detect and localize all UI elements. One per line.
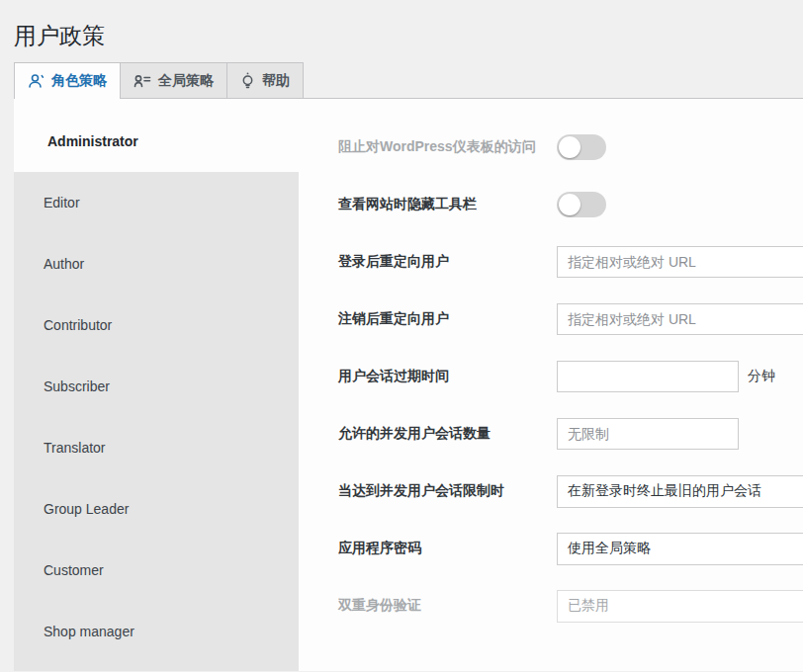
sidebar-item-group-leader[interactable]: Group Leader: [14, 478, 299, 540]
setting-row-session-limit-action: 当达到并发用户会话限制时在新登录时终止最旧的用户会话: [338, 462, 803, 520]
input-suffix: 分钟: [748, 368, 775, 385]
sidebar-item-translator[interactable]: Translator: [14, 417, 299, 478]
sidebar-item-administrator[interactable]: Administrator: [14, 111, 299, 172]
setting-label: 允许的并发用户会话数量: [338, 425, 557, 443]
roles-sidebar: AdministratorEditorAuthorContributorSubs…: [14, 99, 299, 671]
sidebar-item-label: Group Leader: [44, 501, 129, 517]
setting-label: 登录后重定向用户: [338, 253, 557, 271]
lightbulb-icon: [240, 72, 255, 89]
sidebar-item-label: Editor: [44, 195, 80, 210]
sidebar-item-subscriber[interactable]: Subscriber: [14, 356, 299, 417]
setting-row-login-redirect: 登录后重定向用户: [338, 233, 803, 291]
select-value: 在新登录时终止最旧的用户会话: [568, 482, 761, 500]
setting-label: 双重身份验证: [338, 597, 557, 615]
sidebar-item-label: Author: [44, 256, 84, 272]
application-passwords-select[interactable]: 使用全局策略: [557, 533, 803, 565]
settings-panel: 阻止对WordPress仪表板的访问查看网站时隐藏工具栏登录后重定向用户注销后重…: [299, 99, 803, 671]
setting-label: 阻止对WordPress仪表板的访问: [338, 138, 557, 156]
setting-row-two-factor: 双重身份验证已禁用: [338, 577, 803, 634]
hide-toolbar-toggle[interactable]: [557, 192, 606, 217]
login-redirect-input[interactable]: [557, 246, 803, 278]
sidebar-item-customer[interactable]: Customer: [14, 540, 299, 601]
toggle-knob: [559, 194, 580, 215]
setting-label: 注销后重定向用户: [338, 310, 557, 328]
tab-bar: 角色策略全局策略帮助: [14, 62, 803, 99]
select-value: 使用全局策略: [568, 540, 651, 557]
person-icon: [28, 73, 45, 89]
setting-label: 当达到并发用户会话限制时: [338, 482, 557, 500]
session-expiration-input[interactable]: [557, 361, 739, 392]
setting-row-session-expiration: 用户会话过期时间分钟: [338, 348, 803, 405]
concurrent-sessions-input[interactable]: [557, 418, 739, 450]
logout-redirect-input[interactable]: [557, 303, 803, 335]
sidebar-item-label: Contributor: [44, 317, 112, 333]
sidebar-item-editor[interactable]: Editor: [14, 172, 299, 233]
page-title: 用户政策: [0, 0, 803, 50]
person-list-icon: [134, 73, 151, 89]
tab-label: 全局策略: [158, 71, 214, 90]
sidebar-item-label: Shop manager: [44, 624, 134, 639]
setting-row-logout-redirect: 注销后重定向用户: [338, 291, 803, 348]
setting-row-hide-toolbar: 查看网站时隐藏工具栏: [338, 176, 803, 233]
sidebar-item-label: Customer: [44, 562, 104, 578]
setting-label: 应用程序密码: [338, 540, 557, 557]
session-limit-action-select[interactable]: 在新登录时终止最旧的用户会话: [557, 475, 803, 508]
setting-row-block-dashboard-access: 阻止对WordPress仪表板的访问: [338, 119, 803, 176]
tab-label: 帮助: [262, 71, 290, 90]
sidebar-item-label: Translator: [44, 440, 106, 456]
sidebar-item-author[interactable]: Author: [14, 233, 299, 294]
block-dashboard-access-toggle[interactable]: [557, 134, 606, 160]
setting-label: 查看网站时隐藏工具栏: [338, 196, 557, 213]
select-value: 已禁用: [568, 597, 609, 615]
tab-label: 角色策略: [51, 71, 107, 90]
user-policies-page: 用户政策 角色策略全局策略帮助 AdministratorEditorAutho…: [0, 0, 803, 671]
sidebar-item-label: Subscriber: [44, 378, 110, 394]
setting-row-concurrent-sessions: 允许的并发用户会话数量: [338, 405, 803, 462]
tab-role-policies[interactable]: 角色策略: [14, 62, 121, 99]
tab-help[interactable]: 帮助: [227, 62, 304, 98]
sidebar-item-contributor[interactable]: Contributor: [14, 294, 299, 356]
two-factor-select: 已禁用: [557, 590, 803, 623]
sidebar-filler: [14, 662, 299, 671]
setting-label: 用户会话过期时间: [338, 368, 557, 385]
toggle-knob: [559, 136, 580, 158]
tab-panel: AdministratorEditorAuthorContributorSubs…: [14, 99, 803, 671]
sidebar-item-shop-manager[interactable]: Shop manager: [14, 601, 299, 662]
content-area: 角色策略全局策略帮助 AdministratorEditorAuthorCont…: [14, 62, 803, 671]
setting-row-application-passwords: 应用程序密码使用全局策略: [338, 520, 803, 577]
tab-global-policies[interactable]: 全局策略: [121, 62, 227, 98]
sidebar-item-label: Administrator: [47, 133, 138, 149]
